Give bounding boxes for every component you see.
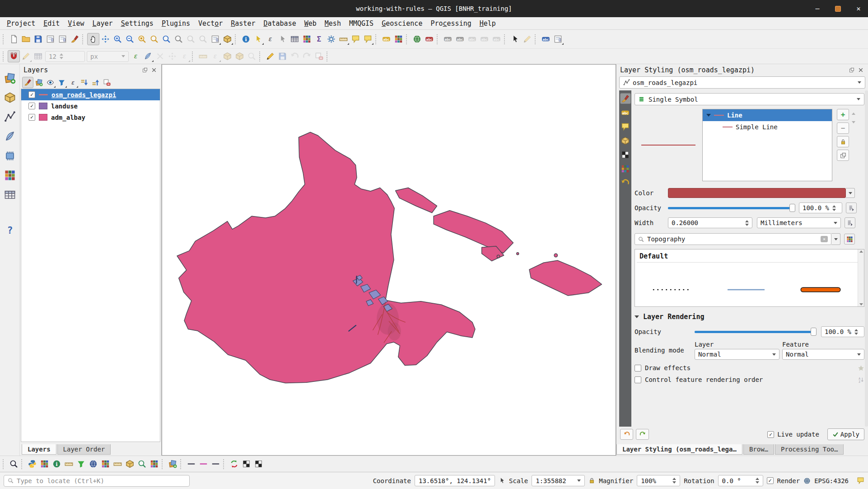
menu-project[interactable]: Project bbox=[3, 19, 39, 28]
snap-tolerance-spin[interactable]: 12 bbox=[45, 51, 85, 62]
expand-all-icon[interactable] bbox=[79, 77, 90, 88]
clear-search-icon[interactable]: ✕ bbox=[821, 236, 828, 242]
lock-symbol-layer-button[interactable] bbox=[837, 136, 849, 147]
messages-icon[interactable] bbox=[857, 477, 864, 484]
field-calculator-icon[interactable] bbox=[301, 33, 313, 45]
menu-help[interactable]: Help bbox=[476, 19, 500, 28]
float-panel-icon[interactable] bbox=[141, 66, 149, 74]
open-project-icon[interactable] bbox=[20, 33, 32, 45]
symbol-tree-item-line[interactable]: Line bbox=[703, 109, 832, 121]
menu-settings[interactable]: Settings bbox=[117, 19, 158, 28]
undo-style-button[interactable] bbox=[620, 429, 633, 440]
open-data-source-manager-icon[interactable] bbox=[2, 71, 18, 86]
history-icon[interactable] bbox=[620, 177, 631, 188]
move-feature-icon[interactable] bbox=[209, 50, 221, 62]
view-3d-icon[interactable] bbox=[620, 135, 631, 146]
toggle-extents-icon[interactable] bbox=[499, 477, 505, 484]
menu-web[interactable]: Web bbox=[300, 19, 321, 28]
style-preview-thick-orange[interactable] bbox=[800, 286, 841, 293]
menu-raster[interactable]: Raster bbox=[227, 19, 259, 28]
manage-map-themes-icon[interactable] bbox=[45, 77, 56, 88]
blend-layer-combo[interactable]: Normal bbox=[695, 349, 779, 360]
scale-combo[interactable]: 1:355882 bbox=[532, 475, 585, 486]
identify-plus-icon[interactable] bbox=[51, 458, 63, 470]
add-mesh-layer-icon[interactable] bbox=[2, 148, 18, 164]
color-swatch-button[interactable] bbox=[668, 188, 846, 198]
raster-bw-1-icon[interactable] bbox=[240, 458, 252, 470]
hatch-tool-icon[interactable] bbox=[210, 458, 222, 470]
data-defined-opacity-button[interactable] bbox=[846, 202, 857, 213]
identify-features-icon[interactable] bbox=[240, 33, 252, 45]
styling-layer-combo[interactable]: osm_roads_legazpi bbox=[619, 76, 865, 89]
dock-tab-brow-[interactable]: Brow… bbox=[743, 444, 774, 455]
style-preview-thin-blue[interactable] bbox=[726, 286, 766, 293]
styling-scrollbar[interactable] bbox=[865, 90, 868, 427]
lr-opacity-slider[interactable] bbox=[695, 327, 817, 336]
delete-selected-icon[interactable] bbox=[313, 50, 325, 62]
blend-feature-combo[interactable]: Normal bbox=[782, 349, 864, 360]
zoom-last-icon[interactable] bbox=[185, 33, 197, 45]
open-styling-panel-icon[interactable] bbox=[22, 77, 33, 88]
statistical-summary-icon[interactable] bbox=[313, 33, 325, 45]
close-panel-icon[interactable] bbox=[150, 66, 158, 74]
collapse-all-icon[interactable] bbox=[90, 77, 101, 88]
enable-tracing-icon[interactable] bbox=[130, 50, 142, 62]
data-defined-width-button[interactable] bbox=[845, 217, 855, 228]
regular-shape-icon[interactable] bbox=[246, 50, 258, 62]
draw-effects-checkbox[interactable] bbox=[635, 365, 641, 371]
processing-toolbox-icon[interactable] bbox=[325, 33, 337, 45]
symbology-icon[interactable] bbox=[620, 93, 631, 104]
color-matrix-tool-icon[interactable] bbox=[38, 458, 51, 470]
add-text-icon[interactable] bbox=[540, 33, 552, 45]
zoom-next-icon[interactable] bbox=[197, 33, 209, 45]
tab-layers[interactable]: Layers bbox=[22, 444, 56, 455]
temporal-controller-icon[interactable] bbox=[552, 33, 564, 45]
snapping-toggle-icon[interactable] bbox=[8, 50, 20, 62]
menu-mesh[interactable]: Mesh bbox=[321, 19, 345, 28]
swap-vectors-icon[interactable] bbox=[228, 458, 240, 470]
coordinate-field[interactable]: 13.6518°, 124.1341° bbox=[415, 475, 495, 486]
live-update-checkbox[interactable]: ✓ bbox=[767, 431, 774, 438]
layer-item-adm_albay[interactable]: ✓adm_albay bbox=[21, 112, 160, 123]
add-symbol-layer-button[interactable]: + bbox=[837, 109, 849, 120]
map-tips-icon[interactable] bbox=[350, 33, 362, 45]
callouts-icon[interactable] bbox=[620, 121, 631, 132]
new-print-layout-icon[interactable] bbox=[44, 33, 56, 45]
layer-diagrams-icon[interactable] bbox=[392, 33, 405, 45]
zoom-full-icon[interactable] bbox=[136, 33, 148, 45]
digitize-shape-icon[interactable] bbox=[142, 50, 154, 62]
dock-tab-layer-styling-osm-roads-lega-[interactable]: Layer Styling (osm_roads_lega… bbox=[616, 444, 742, 455]
float-panel-icon[interactable] bbox=[848, 66, 855, 74]
zoom-to-layer-icon[interactable] bbox=[160, 33, 173, 45]
pin-labels-icon[interactable] bbox=[442, 33, 454, 45]
new-map-view-icon[interactable] bbox=[209, 33, 221, 45]
show-layout-manager-icon[interactable] bbox=[56, 33, 69, 45]
deselect-all-icon[interactable] bbox=[276, 33, 289, 45]
color-dropdown-button[interactable] bbox=[846, 188, 855, 198]
filter-by-expression-icon[interactable] bbox=[67, 77, 79, 88]
remove-layer-icon[interactable] bbox=[101, 77, 112, 88]
apply-button[interactable]: Apply bbox=[827, 428, 864, 440]
magnifier-spinbox[interactable]: 100% bbox=[637, 475, 680, 486]
zoom-to-selection-icon[interactable] bbox=[148, 33, 160, 45]
menu-plugins[interactable]: Plugins bbox=[158, 19, 194, 28]
dock-tab-processing-too-[interactable]: Processing Too… bbox=[775, 444, 844, 455]
crs-globe-icon[interactable] bbox=[803, 477, 811, 484]
style-search-input[interactable]: Topography ✕ bbox=[635, 233, 831, 245]
histogram-icon[interactable] bbox=[620, 163, 631, 174]
render-checkbox[interactable]: ✓ bbox=[767, 477, 774, 484]
save-project-icon[interactable] bbox=[32, 33, 44, 45]
menu-edit[interactable]: Edit bbox=[39, 19, 64, 28]
surface-3d-icon[interactable] bbox=[124, 458, 136, 470]
measure-icon[interactable] bbox=[337, 33, 350, 45]
save-edits-icon[interactable] bbox=[276, 50, 289, 62]
zoom-native-icon[interactable] bbox=[173, 33, 185, 45]
style-manager-icon[interactable] bbox=[69, 33, 81, 45]
opacity-spinbox[interactable]: 100.0 % bbox=[799, 202, 842, 213]
advanced-digitize-icon[interactable] bbox=[197, 50, 209, 62]
select-tool-icon[interactable] bbox=[509, 33, 521, 45]
layer-labeling-icon[interactable] bbox=[380, 33, 392, 45]
redo-edit-icon[interactable] bbox=[301, 50, 313, 62]
layer-visibility-checkbox[interactable]: ✓ bbox=[28, 103, 35, 109]
mmqgis-search-icon[interactable] bbox=[8, 458, 20, 470]
